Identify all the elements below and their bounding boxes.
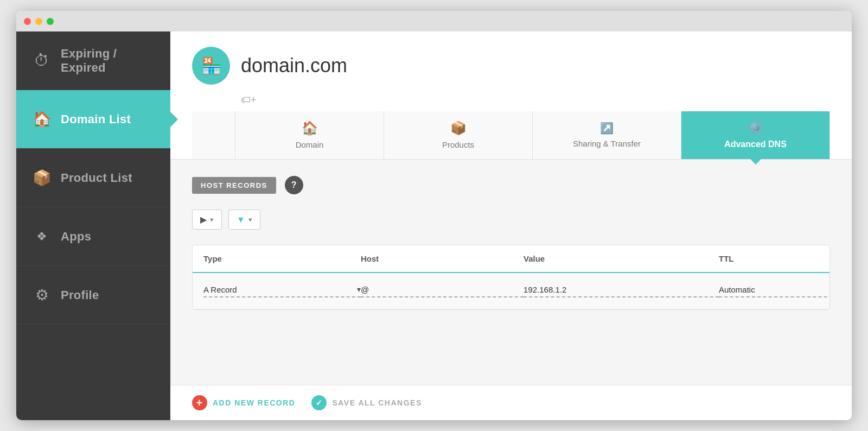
col-host: Host (361, 254, 524, 263)
tag-icon[interactable]: 🏷+ (241, 94, 257, 105)
profile-icon: ⚙ (33, 286, 51, 304)
play-icon: ▶ (200, 214, 207, 225)
tab-empty[interactable] (192, 111, 235, 159)
col-type: Type (203, 254, 361, 263)
play-dropdown[interactable]: ▶ (192, 210, 222, 230)
domain-icon: 🏪 (192, 47, 230, 85)
sharing-tab-icon: ↗️ (600, 122, 614, 135)
sidebar-item-domain-list[interactable]: 🏠 Domain List (16, 90, 170, 149)
record-type-chevron: ▾ (357, 285, 361, 294)
content-area: 🏪 domain.com 🏷+ 🏠 Domain 📦 (170, 31, 852, 420)
host-records-badge: HOST RECORDS (192, 177, 276, 194)
section-header: HOST RECORDS ? (192, 176, 830, 194)
save-icon: ✓ (311, 395, 327, 410)
add-icon: + (192, 395, 207, 410)
save-label: SAVE ALL CHANGES (332, 398, 422, 407)
filter-icon: ▼ (237, 215, 245, 225)
tab-bar: 🏠 Domain 📦 Products ↗️ Sharing & Transfe… (192, 111, 830, 159)
table-row: A Record ▾ @ 192.168.1.2 Automatic ▾ (193, 273, 829, 309)
dns-table: Type Host Value TTL A Record ▾ @ (192, 245, 830, 310)
sharing-tab-label: Sharing & Transfer (573, 139, 641, 148)
main-layout: ⏱ Expiring / Expired 🏠 Domain List 📦 Pro… (16, 31, 852, 420)
domain-list-icon: 🏠 (33, 110, 51, 128)
sidebar-label-apps: Apps (61, 230, 91, 244)
domain-tab-icon: 🏠 (302, 121, 318, 136)
product-list-icon: 📦 (33, 169, 51, 187)
add-new-record-button[interactable]: + ADD NEW RECORD (192, 395, 295, 410)
sidebar-item-profile[interactable]: ⚙ Profile (16, 266, 170, 325)
record-type-value: A Record (203, 285, 237, 294)
sidebar: ⏱ Expiring / Expired 🏠 Domain List 📦 Pro… (16, 31, 170, 420)
help-button[interactable]: ? (285, 176, 303, 194)
tab-domain[interactable]: 🏠 Domain (235, 111, 384, 159)
save-all-changes-button[interactable]: ✓ SAVE ALL CHANGES (311, 395, 422, 410)
products-tab-icon: 📦 (450, 121, 467, 136)
domain-header: 🏪 domain.com 🏷+ 🏠 Domain 📦 (170, 31, 852, 160)
domain-name: domain.com (241, 54, 347, 77)
domain-tag-row: 🏷+ (192, 91, 830, 106)
sidebar-label-domain-list: Domain List (61, 112, 131, 126)
table-header: Type Host Value TTL (193, 245, 829, 273)
products-tab-label: Products (442, 140, 474, 149)
filter-dropdown[interactable]: ▼ (228, 210, 260, 230)
sidebar-label-profile: Profile (61, 288, 99, 302)
title-bar (16, 11, 852, 31)
record-host-field[interactable]: @ (361, 285, 524, 297)
close-dot[interactable] (24, 18, 31, 25)
advanced-dns-tab-icon: ⚙️ (748, 120, 764, 135)
advanced-dns-tab-label: Advanced DNS (724, 140, 787, 149)
filter-chevron (248, 216, 252, 224)
bottom-bar: + ADD NEW RECORD ✓ SAVE ALL CHANGES (170, 385, 852, 420)
add-record-label: ADD NEW RECORD (213, 398, 295, 407)
minimize-dot[interactable] (35, 18, 42, 25)
col-ttl: TTL (719, 254, 830, 263)
dns-content: HOST RECORDS ? ▶ ▼ Type (170, 160, 852, 385)
tab-sharing[interactable]: ↗️ Sharing & Transfer (533, 111, 681, 159)
play-chevron (210, 216, 214, 224)
apps-icon: ❖ (33, 230, 51, 244)
maximize-dot[interactable] (47, 18, 54, 25)
filter-controls: ▶ ▼ (192, 210, 830, 230)
expiring-icon: ⏱ (33, 52, 51, 69)
tab-advanced-dns[interactable]: ⚙️ Advanced DNS (681, 111, 830, 159)
record-type-select[interactable]: A Record ▾ (203, 285, 361, 297)
sidebar-label-product-list: Product List (61, 171, 132, 185)
sidebar-item-expiring[interactable]: ⏱ Expiring / Expired (16, 31, 170, 90)
sidebar-item-apps[interactable]: ❖ Apps (16, 207, 170, 266)
record-ttl-value: Automatic (719, 285, 755, 294)
record-ttl-select[interactable]: Automatic ▾ (719, 285, 830, 297)
sidebar-label-expiring: Expiring / Expired (61, 47, 154, 75)
record-value-field[interactable]: 192.168.1.2 (524, 285, 719, 297)
tab-products[interactable]: 📦 Products (384, 111, 533, 159)
domain-title-row: 🏪 domain.com (192, 47, 830, 85)
sidebar-item-product-list[interactable]: 📦 Product List (16, 149, 170, 207)
domain-tab-label: Domain (296, 140, 324, 149)
main-window: ⏱ Expiring / Expired 🏠 Domain List 📦 Pro… (16, 11, 852, 420)
col-value: Value (524, 254, 719, 263)
